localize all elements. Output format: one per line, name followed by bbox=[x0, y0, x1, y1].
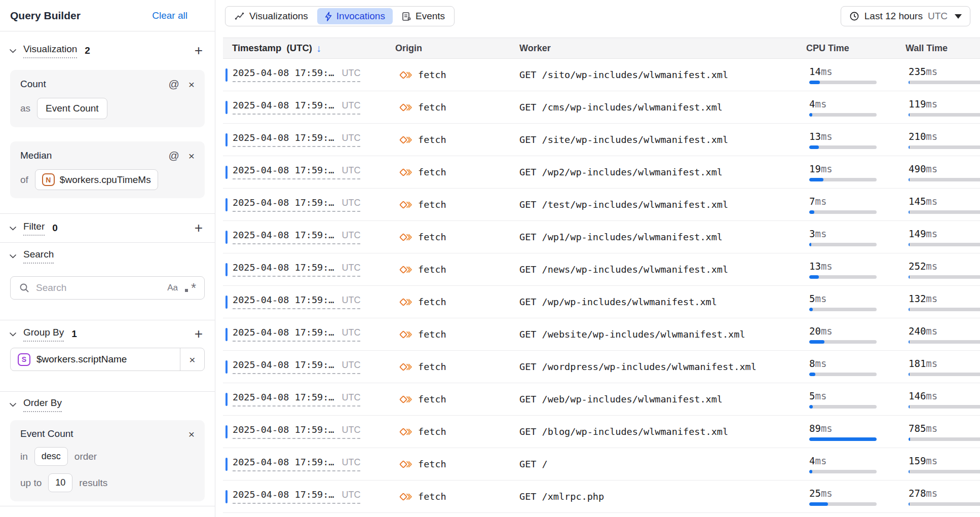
at-mention-icon[interactable]: @ bbox=[168, 150, 179, 162]
remove-order-by-button[interactable]: × bbox=[189, 429, 195, 439]
timestamp-cell[interactable]: 2025-04-08 17:59:… UTC bbox=[233, 165, 360, 179]
add-filter-button[interactable]: + bbox=[195, 223, 203, 233]
cpu-time-bar bbox=[809, 275, 877, 279]
timestamp-cell[interactable]: 2025-04-08 17:59:… UTC bbox=[233, 100, 360, 115]
timestamp-cell[interactable]: 2025-04-08 17:59:… UTC bbox=[233, 132, 360, 147]
timestamp-cell[interactable]: 2025-04-08 17:59:… UTC bbox=[233, 359, 360, 374]
sort-descending-icon[interactable]: ↓ bbox=[316, 43, 321, 54]
table-row[interactable]: 2025-04-08 17:59:… UTC fetch GET /site/w… bbox=[223, 124, 980, 156]
column-header-wall-time[interactable]: Wall Time bbox=[906, 43, 980, 54]
clear-all-link[interactable]: Clear all bbox=[152, 10, 187, 21]
wall-time-value: 252 bbox=[909, 261, 926, 272]
median-field-button[interactable]: N $workers.cpuTimeMs bbox=[35, 169, 158, 190]
wall-time-bar-fill bbox=[909, 405, 910, 409]
timestamp-cell[interactable]: 2025-04-08 17:59:… UTC bbox=[233, 424, 360, 439]
cpu-time-bar-fill bbox=[809, 340, 824, 344]
table-row[interactable]: 2025-04-08 17:59:… UTC fetch GET /websit… bbox=[223, 318, 980, 351]
timestamp-cell[interactable]: 2025-04-08 17:59:… UTC bbox=[233, 327, 360, 342]
fetch-origin-icon bbox=[399, 231, 413, 244]
order-direction-button[interactable]: desc bbox=[34, 447, 68, 466]
column-header-worker[interactable]: Worker bbox=[519, 43, 804, 54]
remove-median-button[interactable]: × bbox=[189, 151, 195, 161]
chevron-down-icon[interactable] bbox=[9, 226, 17, 231]
timestamp-cell[interactable]: 2025-04-08 17:59:… UTC bbox=[233, 457, 360, 471]
search-label[interactable]: Search bbox=[23, 249, 54, 264]
fetch-origin-icon bbox=[399, 425, 413, 438]
group-by-label[interactable]: Group By bbox=[23, 327, 64, 342]
at-mention-icon[interactable]: @ bbox=[168, 78, 179, 90]
table-row[interactable]: 2025-04-08 17:59:… UTC fetch GET /test/w… bbox=[223, 189, 980, 221]
chevron-down-icon[interactable] bbox=[9, 402, 17, 407]
cpu-time-bar-fill bbox=[809, 145, 819, 149]
order-by-card: Event Count × in desc order up to 10 res… bbox=[10, 420, 205, 501]
table-row[interactable]: 2025-04-08 17:59:… UTC fetch GET /wp2/wp… bbox=[223, 156, 980, 189]
timestamp-timezone: UTC bbox=[342, 100, 360, 111]
add-visualization-button[interactable]: + bbox=[195, 46, 203, 56]
order-by-label[interactable]: Order By bbox=[23, 397, 62, 412]
order-label: order bbox=[74, 451, 97, 462]
table-row[interactable]: 2025-04-08 17:59:… UTC fetch GET /wp1/wp… bbox=[223, 221, 980, 253]
result-limit-button[interactable]: 10 bbox=[48, 473, 72, 492]
wall-time-value: 149 bbox=[909, 228, 926, 239]
chevron-down-icon[interactable] bbox=[9, 254, 17, 258]
tab-invocations[interactable]: Invocations bbox=[317, 8, 393, 24]
wall-time-bar-fill bbox=[909, 81, 910, 84]
timestamp-value: 2025-04-08 17:59:… bbox=[233, 294, 334, 305]
timestamp-cell[interactable]: 2025-04-08 17:59:… UTC bbox=[233, 294, 360, 309]
column-header-origin[interactable]: Origin bbox=[395, 43, 519, 54]
timestamp-cell[interactable]: 2025-04-08 17:59:… UTC bbox=[233, 392, 360, 407]
add-group-by-button[interactable]: + bbox=[195, 329, 203, 339]
cpu-time-unit: ms bbox=[815, 196, 826, 207]
wall-time-unit: ms bbox=[926, 98, 937, 109]
table-row[interactable]: 2025-04-08 17:59:… UTC fetch GET /cms/wp… bbox=[223, 91, 980, 124]
fetch-origin-icon bbox=[399, 166, 413, 179]
tab-visualizations[interactable]: Visualizations bbox=[227, 8, 316, 24]
timestamp-cell[interactable]: 2025-04-08 17:59:… UTC bbox=[233, 67, 360, 82]
origin-label: fetch bbox=[418, 232, 446, 242]
search-input[interactable] bbox=[36, 282, 161, 293]
table-row[interactable]: 2025-04-08 17:59:… UTC fetch GET /wp/wp-… bbox=[223, 286, 980, 318]
of-label: of bbox=[20, 174, 28, 186]
query-builder-panel: Query Builder Clear all Visualization 2 … bbox=[0, 0, 215, 517]
origin-label: fetch bbox=[418, 297, 446, 307]
group-by-field-chip[interactable]: S $workers.scriptName × bbox=[10, 348, 205, 371]
table-row[interactable]: 2025-04-08 17:59:… UTC fetch GET /web/wp… bbox=[223, 383, 980, 416]
cpu-time-unit: ms bbox=[815, 98, 826, 109]
column-header-cpu-time[interactable]: CPU Time bbox=[804, 43, 906, 54]
worker-request: GET /cms/wp-includes/wlwmanifest.xml bbox=[519, 102, 804, 113]
time-range-selector[interactable]: Last 12 hours UTC bbox=[841, 6, 970, 26]
timestamp-cell[interactable]: 2025-04-08 17:59:… UTC bbox=[233, 489, 360, 504]
remove-group-by-button[interactable]: × bbox=[180, 348, 204, 371]
invocations-pane: Visualizations Invocations Events Last 1… bbox=[216, 0, 980, 517]
regex-icon[interactable]: * bbox=[184, 282, 196, 294]
timestamp-value: 2025-04-08 17:59:… bbox=[233, 424, 334, 435]
chevron-down-icon[interactable] bbox=[9, 332, 17, 337]
column-header-timestamp[interactable]: Timestamp (UTC) ↓ bbox=[223, 43, 395, 54]
filter-label[interactable]: Filter bbox=[23, 221, 45, 236]
worker-request: GET /web/wp-includes/wlwmanifest.xml bbox=[519, 394, 804, 404]
match-case-icon[interactable]: Aa bbox=[167, 283, 178, 293]
timestamp-value: 2025-04-08 17:59:… bbox=[233, 392, 334, 402]
table-row[interactable]: 2025-04-08 17:59:… UTC fetch GET /blog/w… bbox=[223, 416, 980, 448]
remove-count-button[interactable]: × bbox=[189, 79, 195, 90]
chevron-down-icon[interactable] bbox=[9, 49, 17, 53]
tab-events[interactable]: Events bbox=[394, 8, 453, 24]
table-row[interactable]: 2025-04-08 17:59:… UTC fetch GET /wordpr… bbox=[223, 351, 980, 383]
table-row[interactable]: 2025-04-08 17:59:… UTC fetch GET /news/w… bbox=[223, 253, 980, 286]
visualization-label[interactable]: Visualization bbox=[23, 44, 77, 58]
wall-time-unit: ms bbox=[926, 228, 937, 239]
wall-time-bar-fill bbox=[909, 275, 910, 279]
table-row[interactable]: 2025-04-08 17:59:… UTC fetch GET /xmlrpc… bbox=[223, 481, 980, 513]
count-alias-button[interactable]: Event Count bbox=[37, 98, 107, 119]
timestamp-cell[interactable]: 2025-04-08 17:59:… UTC bbox=[233, 197, 360, 212]
table-row[interactable]: 2025-04-08 17:59:… UTC fetch GET / 4ms 1… bbox=[223, 448, 980, 481]
timestamp-cell[interactable]: 2025-04-08 17:59:… UTC bbox=[233, 262, 360, 277]
origin-label: fetch bbox=[418, 264, 446, 275]
cpu-time-bar bbox=[809, 178, 877, 181]
cpu-time-unit: ms bbox=[815, 390, 826, 401]
table-row[interactable]: 2025-04-08 17:59:… UTC fetch GET /sito/w… bbox=[223, 59, 980, 91]
row-accent-bar bbox=[225, 360, 228, 374]
timestamp-cell[interactable]: 2025-04-08 17:59:… UTC bbox=[233, 230, 360, 244]
wall-time-unit: ms bbox=[926, 455, 937, 466]
wall-time-value: 146 bbox=[909, 390, 926, 401]
